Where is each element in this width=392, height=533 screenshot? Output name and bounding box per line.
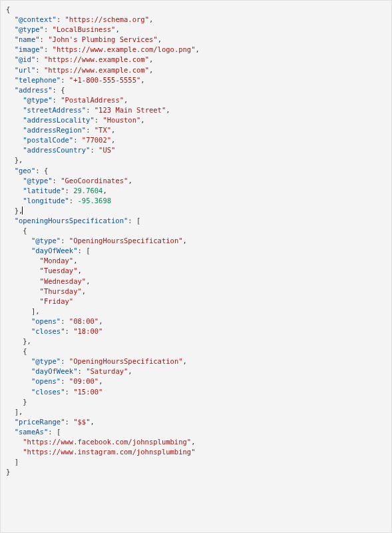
val-tuesday: "Tuesday"	[40, 266, 78, 274]
val-geo-type: "GeoCoordinates"	[61, 177, 128, 185]
brace-close: },	[23, 337, 31, 345]
val-facebook: "https://www.facebook.com/johnsplumbing"	[23, 438, 191, 446]
val-image: "https://www.example.com/logo.png"	[53, 45, 196, 53]
brace-close-final: }	[6, 468, 10, 476]
val-ohs-type-2: "OpeningHoursSpecification"	[69, 357, 183, 365]
val-id: "https://www.example.com"	[44, 55, 149, 63]
key-opens: "opens"	[31, 317, 61, 325]
key-geo-type: "@type"	[23, 177, 52, 185]
key-lon: "longitude"	[23, 197, 69, 205]
val-lon: -95.3698	[78, 197, 112, 205]
brace-close: }	[23, 398, 27, 406]
key-locality: "addressLocality"	[23, 116, 94, 124]
key-country: "addressCountry"	[23, 146, 90, 154]
val-opens-2: "09:00"	[69, 377, 98, 385]
brace-open: {	[23, 227, 27, 235]
key-dow-2: "dayOfWeek"	[31, 367, 78, 375]
val-postal: "77002"	[82, 136, 111, 144]
key-hours: "openingHoursSpecification"	[15, 217, 128, 225]
val-saturday: "Saturday"	[86, 367, 128, 375]
key-closes-2: "closes"	[31, 388, 65, 396]
bracket-close: ]	[15, 458, 19, 466]
key-price: "priceRange"	[15, 418, 65, 426]
key-closes: "closes"	[31, 327, 65, 335]
val-monday: "Monday"	[40, 257, 74, 265]
text-cursor	[22, 207, 23, 215]
key-postal: "postalCode"	[23, 136, 73, 144]
key-type: "@type"	[15, 25, 44, 33]
val-street: "123 Main Street"	[95, 106, 166, 114]
key-image: "image"	[15, 45, 44, 53]
val-addr-type: "PostalAddress"	[61, 96, 124, 104]
brace: {	[6, 5, 10, 13]
key-dow: "dayOfWeek"	[31, 247, 78, 255]
val-telephone: "+1-800-555-5555"	[69, 76, 140, 84]
val-url: "https://www.example.com"	[44, 66, 149, 74]
val-opens: "08:00"	[69, 317, 98, 325]
key-telephone: "telephone"	[15, 76, 61, 84]
brace-open: {	[23, 347, 27, 355]
val-locality: "Houston"	[102, 116, 140, 124]
val-closes-2: "15:00"	[73, 388, 102, 396]
val-closes: "18:00"	[73, 327, 102, 335]
key-lat: "latitude"	[23, 187, 65, 195]
key-street: "streetAddress"	[23, 106, 86, 114]
brace-close: },	[15, 156, 23, 164]
key-address: "address"	[15, 86, 53, 94]
val-instagram: "https://www.instagram.com/johnsplumbing…	[23, 448, 195, 456]
code-block[interactable]: { "@context": "https://schema.org", "@ty…	[1, 1, 391, 481]
val-type: "LocalBusiness"	[53, 25, 116, 33]
key-opens-2: "opens"	[31, 377, 61, 385]
val-context: "https://schema.org"	[65, 15, 149, 23]
key-geo: "geo"	[15, 167, 36, 175]
key-ohs-type-2: "@type"	[31, 357, 61, 365]
val-name: "John's Plumbing Services"	[48, 35, 157, 43]
val-ohs-type: "OpeningHoursSpecification"	[69, 237, 183, 245]
val-friday: "Friday"	[40, 297, 74, 305]
val-price: "$$"	[73, 418, 90, 426]
key-id: "@id"	[15, 55, 36, 63]
key-url: "url"	[15, 66, 36, 74]
val-wednesday: "Wednesday"	[40, 277, 87, 285]
bracket-close: ],	[15, 408, 23, 416]
val-thursday: "Thursday"	[40, 287, 82, 295]
key-addr-type: "@type"	[23, 96, 52, 104]
key-name: "name"	[15, 35, 40, 43]
val-country: "US"	[98, 146, 115, 154]
val-lat: 29.7604	[73, 187, 102, 195]
key-sameas: "sameAs"	[15, 428, 49, 436]
bracket-close: ],	[31, 307, 40, 315]
key-ohs-type: "@type"	[31, 237, 61, 245]
key-context: "@context"	[15, 15, 57, 23]
key-region: "addressRegion"	[23, 126, 86, 134]
val-region: "TX"	[95, 126, 111, 134]
